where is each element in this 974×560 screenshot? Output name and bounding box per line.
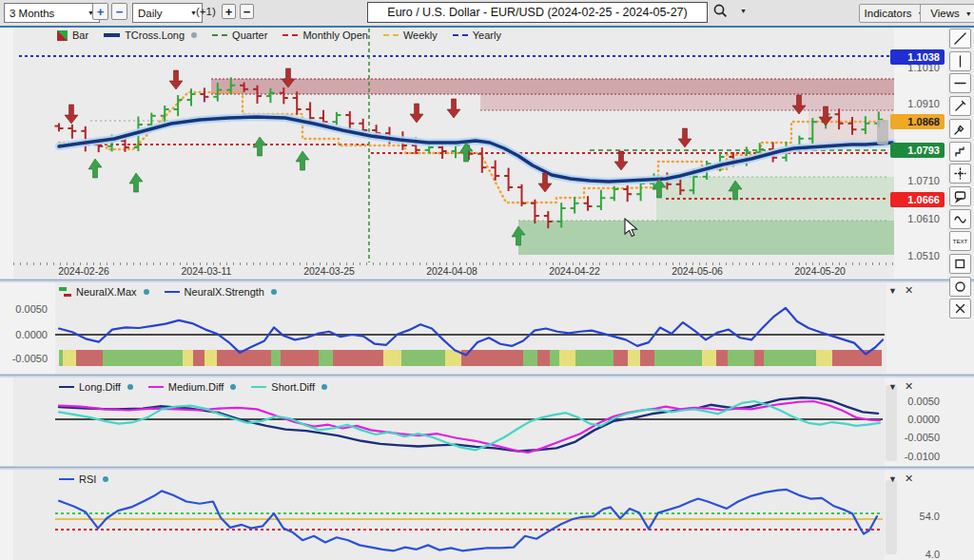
marker-tool-button[interactable] — [949, 119, 971, 139]
indicators-label: Indicators — [865, 8, 912, 19]
curve-tool-button[interactable] — [949, 142, 971, 162]
info-dot-icon[interactable] — [271, 289, 277, 295]
symbol-title[interactable]: Euro / U.S. Dollar - EUR/USD (2024-02-25… — [367, 2, 708, 23]
zoom-out-button[interactable]: − — [111, 3, 127, 20]
legend-label: Short.Diff — [271, 381, 315, 393]
wave-tool-button[interactable] — [949, 209, 971, 229]
search-caret-icon[interactable]: ▼ — [740, 8, 747, 14]
indicator-axis-label: -0.0050 — [905, 432, 940, 443]
legend-item-neuralx-max[interactable]: NeuralX.Max — [59, 286, 149, 298]
crosshair-tool-button[interactable] — [949, 164, 971, 183]
indicator-axis-label: -0.0050 — [0, 353, 48, 364]
panel-divider[interactable] — [0, 466, 974, 470]
legend-item-bar[interactable]: Bar — [57, 29, 88, 41]
top-toolbar: 3 Months ▼ + − Daily ▼ (+1) + − Euro / U… — [0, 0, 974, 26]
line-swatch — [104, 33, 120, 37]
legend-item-short-diff[interactable]: Short.Diff — [251, 381, 327, 393]
trend-line-tool-button[interactable] — [949, 29, 971, 48]
ellipse-tool-button[interactable] — [949, 277, 971, 297]
legend-item-weekly[interactable]: Weekly — [383, 29, 438, 41]
pencil-tool-button[interactable] — [949, 96, 971, 116]
indicator-axis-label: 54.0 — [920, 511, 940, 522]
info-dot-icon[interactable] — [321, 384, 327, 390]
price-level-badge: 1.1038 — [890, 49, 945, 65]
legend-item-neuralx-strength[interactable]: NeuralX.Strength — [165, 286, 277, 298]
date-axis-label: 2024-04-22 — [549, 265, 600, 277]
info-dot-icon[interactable] — [127, 384, 133, 390]
legend-item-quarter[interactable]: Quarter — [212, 29, 267, 41]
bar-plus-button[interactable]: + — [222, 4, 236, 19]
info-dot-icon[interactable] — [103, 476, 108, 482]
legend-label: NeuralX.Strength — [185, 286, 264, 298]
legend-label: Quarter — [232, 29, 267, 41]
vertical-line-tool-button[interactable] — [949, 51, 971, 71]
indicator-axis-label: 0.0050 — [0, 303, 48, 315]
date-axis-label: 2024-03-25 — [303, 265, 355, 277]
legend-item-tcross-long[interactable]: TCross.Long — [104, 29, 197, 41]
price-level-badge: 1.0793 — [890, 143, 945, 158]
line-swatch — [165, 291, 180, 293]
main-chart-legend: BarTCross.LongQuarterMonthly OpenWeeklyY… — [57, 29, 501, 41]
mouse-cursor — [624, 218, 639, 239]
price-axis-label: 1.0910 — [907, 98, 940, 109]
panel-divider[interactable] — [0, 279, 974, 282]
date-axis-label: 2024-03-11 — [182, 265, 232, 277]
collapse-panel-icon[interactable]: ▼ — [888, 286, 897, 296]
legend-label: Monthly Open — [302, 29, 367, 41]
close-drawing-tool-button[interactable] — [949, 299, 971, 319]
rsi-panel-legend: RSI — [59, 473, 108, 485]
price-axis-label: 1.0710 — [907, 175, 940, 186]
close-panel-icon[interactable]: ✕ — [905, 380, 913, 393]
indicator-axis-label: 0.0000 — [907, 414, 940, 425]
period-select[interactable]: Daily ▼ — [132, 3, 203, 23]
rectangle-tool-button[interactable] — [949, 254, 971, 274]
legend-label: Bar — [72, 29, 88, 41]
date-axis-label: 2024-05-20 — [794, 265, 846, 277]
legend-item-long-diff[interactable]: Long.Diff — [59, 381, 133, 393]
line-swatch — [251, 386, 266, 388]
diffs-panel-legend: Long.DiffMedium.DiffShort.Diff — [59, 381, 327, 393]
rsi-panel-controls: ▼ ✕ — [888, 473, 913, 485]
search-icon[interactable] — [712, 3, 729, 23]
dashed-line-swatch — [453, 34, 468, 36]
text-tool-button[interactable]: TEXT — [949, 231, 971, 251]
price-level-badge: 1.0666 — [890, 192, 945, 207]
close-panel-icon[interactable]: ✕ — [905, 284, 913, 297]
indicator-axis-label: 4.0 — [925, 549, 940, 560]
panel-divider[interactable] — [0, 374, 974, 377]
line-swatch — [148, 386, 164, 388]
close-panel-icon[interactable]: ✕ — [905, 473, 913, 485]
legend-label: Yearly — [473, 29, 501, 41]
legend-item-yearly[interactable]: Yearly — [453, 29, 501, 41]
line-swatch — [59, 386, 74, 388]
horizontal-line-tool-button[interactable] — [949, 73, 971, 93]
views-menu-button[interactable]: Views ▼ — [920, 4, 974, 23]
diffs-panel-controls: ▼ ✕ — [888, 380, 913, 393]
zoom-in-button[interactable]: + — [92, 3, 108, 20]
timeframe-value: 3 Months — [10, 8, 54, 19]
bar-minus-button[interactable]: − — [240, 4, 254, 19]
info-dot-icon[interactable] — [191, 32, 197, 38]
callout-tool-button[interactable] — [949, 186, 971, 206]
collapse-panel-icon[interactable]: ▼ — [888, 382, 897, 392]
legend-item-medium-diff[interactable]: Medium.Diff — [148, 381, 236, 393]
date-axis-label: 2024-04-08 — [426, 265, 477, 277]
date-axis-label: 2024-02-26 — [58, 265, 109, 277]
legend-item-monthly-open[interactable]: Monthly Open — [282, 29, 367, 41]
collapse-panel-icon[interactable]: ▼ — [888, 474, 897, 484]
price-axis-label: 1.0610 — [907, 213, 940, 224]
indicators-menu-button[interactable]: Indicators ▼ — [859, 4, 929, 23]
bar-style-icon — [57, 30, 68, 41]
info-dot-icon[interactable] — [144, 289, 149, 295]
timeframe-select[interactable]: 3 Months ▼ — [4, 3, 100, 23]
dashed-line-swatch — [212, 34, 227, 36]
legend-item-rsi[interactable]: RSI — [59, 473, 108, 485]
indicator-axis-label: 0.0000 — [0, 329, 48, 340]
price-level-badge: 1.0868 — [890, 114, 945, 129]
price-axis-label: 1.0510 — [907, 250, 940, 261]
offset-label: (+1) — [196, 6, 216, 17]
date-axis-label: 2024-05-06 — [672, 265, 723, 277]
info-dot-icon[interactable] — [230, 384, 236, 390]
neuralx-panel-legend: NeuralX.MaxNeuralX.Strength — [59, 286, 277, 298]
legend-label: NeuralX.Max — [76, 286, 137, 298]
